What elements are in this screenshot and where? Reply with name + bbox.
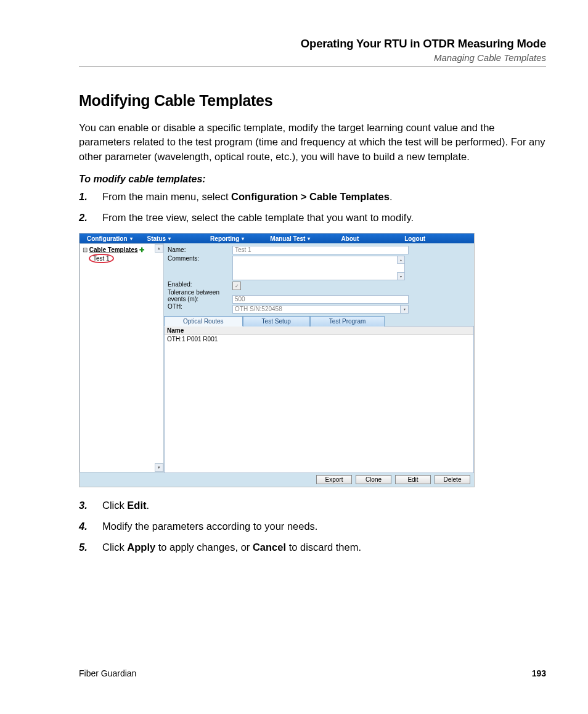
step-4: Modify the parameters according to your …	[79, 519, 546, 534]
chevron-down-icon: ▾	[308, 236, 310, 241]
tab-optical-routes[interactable]: Optical Routes	[164, 316, 243, 327]
label-enabled: Enabled:	[168, 280, 232, 289]
step-1: From the main menu, select Configuration…	[79, 190, 546, 205]
edit-button[interactable]: Edit	[395, 475, 431, 484]
menu-manualtest[interactable]: Manual Test▾	[263, 235, 317, 242]
tree-child-highlight[interactable]: Test 1	[89, 254, 114, 263]
menu-configuration[interactable]: Configuration▾	[80, 235, 140, 242]
label-name: Name:	[168, 246, 232, 254]
tab-test-setup[interactable]: Test Setup	[243, 316, 310, 327]
menu-reporting[interactable]: Reporting▾	[203, 235, 251, 242]
section-heading: Modifying Cable Templates	[79, 92, 546, 110]
clone-button[interactable]: Clone	[356, 475, 391, 484]
delete-button[interactable]: Delete	[435, 475, 470, 484]
menu-about[interactable]: About	[333, 235, 366, 242]
procedure-subhead: To modify cable templates:	[79, 174, 546, 185]
intro-paragraph: You can enable or disable a specific tem…	[79, 121, 546, 164]
scroll-up-icon[interactable]: ▴	[155, 244, 163, 253]
name-field[interactable]: Test 1	[232, 246, 409, 254]
tolerance-field[interactable]: 500	[232, 295, 409, 304]
page-number: 193	[532, 668, 546, 678]
tab-test-program[interactable]: Test Program	[310, 316, 385, 327]
grid-row[interactable]: OTH:1 P001 R001	[165, 335, 473, 343]
chevron-down-icon: ▾	[168, 236, 171, 241]
chevron-down-icon: ▾	[130, 236, 133, 241]
label-oth: OTH:	[168, 302, 232, 311]
scroll-up-icon[interactable]: ▴	[397, 256, 404, 264]
scroll-down-icon[interactable]: ▾	[155, 463, 163, 472]
chevron-down-icon: ▾	[242, 236, 244, 241]
comments-field[interactable]: ▴ ▾	[232, 256, 405, 280]
scroll-down-icon[interactable]: ▾	[397, 272, 404, 280]
header-title: Operating Your RTU in OTDR Measuring Mod…	[79, 37, 546, 51]
export-button[interactable]: Export	[316, 475, 352, 484]
menu-status[interactable]: Status▾	[140, 235, 179, 242]
step-2: From the tree view, select the cable tem…	[79, 211, 546, 225]
step-5: Click Apply to apply changes, or Cancel …	[79, 540, 546, 555]
menubar: Configuration▾ Status▾ Reporting▾ Manual…	[80, 233, 474, 243]
header-subtitle: Managing Cable Templates	[79, 52, 546, 63]
step-3: Click Edit.	[79, 498, 546, 513]
grid-header-name: Name	[165, 327, 473, 335]
label-comments: Comments:	[168, 254, 232, 280]
chevron-down-icon: ▾	[400, 306, 408, 313]
label-tolerance: Tolerance between events (m):	[168, 289, 232, 302]
tree-view[interactable]: ▴ ⊟ Cable Templates✚ Test 1 ▾	[80, 243, 164, 473]
routes-grid: Name OTH:1 P001 R001	[164, 326, 474, 473]
add-icon[interactable]: ✚	[139, 246, 144, 253]
button-row: Export Clone Edit Delete	[80, 473, 474, 487]
oth-dropdown[interactable]: OTH S/N:520458 ▾	[232, 305, 409, 314]
tree-root[interactable]: Cable Templates	[89, 246, 138, 253]
footer-product: Fiber Guardian	[79, 668, 136, 678]
menu-logout[interactable]: Logout	[397, 235, 433, 242]
header-rule	[79, 67, 546, 67]
embedded-screenshot: Configuration▾ Status▾ Reporting▾ Manual…	[79, 233, 475, 487]
enabled-checkbox[interactable]: ✓	[232, 282, 241, 290]
